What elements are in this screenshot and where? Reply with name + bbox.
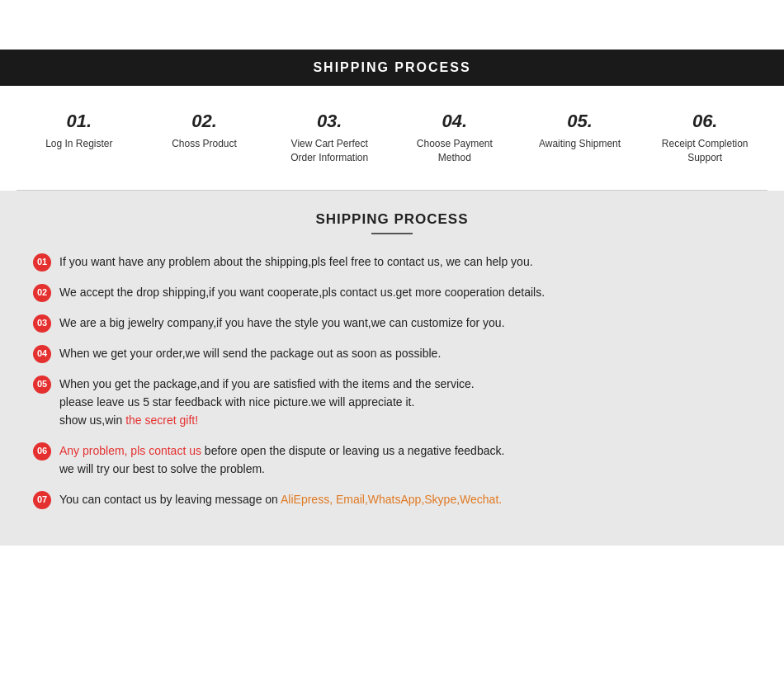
info-items-container: 01If you want have any problem about the… <box>33 253 751 509</box>
step-label-1: Log In Register <box>45 137 112 151</box>
step-item-1: 01. Log In Register <box>17 111 142 151</box>
shipping-info-title: SHIPPING PROCESS <box>33 211 751 228</box>
step-item-3: 03. View Cart Perfect Order Information <box>267 111 392 165</box>
step-number-1: 01. <box>67 111 92 132</box>
info-text-3: We are a big jewelry company,if you have… <box>59 314 751 332</box>
info-item-3: 03We are a big jewelry company,if you ha… <box>33 314 751 333</box>
info-item-7: 07You can contact us by leaving message … <box>33 490 751 509</box>
top-spacer <box>0 0 784 50</box>
step-label-3: View Cart Perfect Order Information <box>284 137 375 165</box>
steps-row: 01. Log In Register 02. Choss Product 03… <box>17 111 767 165</box>
step-label-6: Receipt Completion Support <box>659 137 750 165</box>
step-label-5: Awaiting Shipment <box>539 137 621 151</box>
step-number-5: 05. <box>567 111 593 132</box>
header-title: SHIPPING PROCESS <box>313 60 470 75</box>
step-number-6: 06. <box>692 111 718 132</box>
info-item-4: 04When we get your order,we will send th… <box>33 344 751 363</box>
info-item-5: 05When you get the package,and if you ar… <box>33 375 751 430</box>
info-text-1: If you want have any problem about the s… <box>59 253 751 271</box>
info-text-5: When you get the package,and if you are … <box>59 375 751 430</box>
header-bar: SHIPPING PROCESS <box>0 50 784 86</box>
step-label-2: Choss Product <box>172 137 237 151</box>
info-text-2: We accept the drop shipping,if you want … <box>59 283 751 301</box>
badge-2: 02 <box>33 284 51 302</box>
step-number-2: 02. <box>191 111 217 132</box>
info-text-6: Any problem, pls contact us before open … <box>59 442 751 479</box>
steps-section: 01. Log In Register 02. Choss Product 03… <box>0 86 784 190</box>
info-item-1: 01If you want have any problem about the… <box>33 253 751 272</box>
badge-6: 06 <box>33 442 51 461</box>
step-item-6: 06. Receipt Completion Support <box>642 111 767 165</box>
step-item-5: 05. Awaiting Shipment <box>517 111 643 151</box>
info-text-4: When we get your order,we will send the … <box>59 344 751 362</box>
badge-7: 07 <box>33 491 51 509</box>
info-text-7: You can contact us by leaving message on… <box>59 490 751 508</box>
step-item-4: 04. Choose Payment Method <box>392 111 517 165</box>
step-label-4: Choose Payment Method <box>409 137 500 165</box>
info-item-2: 02We accept the drop shipping,if you wan… <box>33 283 751 302</box>
step-number-4: 04. <box>442 111 468 132</box>
badge-4: 04 <box>33 345 51 363</box>
badge-1: 01 <box>33 253 51 272</box>
badge-3: 03 <box>33 314 51 333</box>
step-item-2: 02. Choss Product <box>142 111 267 151</box>
info-item-6: 06Any problem, pls contact us before ope… <box>33 442 751 479</box>
title-underline <box>371 233 413 234</box>
badge-5: 05 <box>33 376 51 394</box>
step-number-3: 03. <box>317 111 342 132</box>
shipping-info-section: SHIPPING PROCESS 01If you want have any … <box>0 191 784 546</box>
